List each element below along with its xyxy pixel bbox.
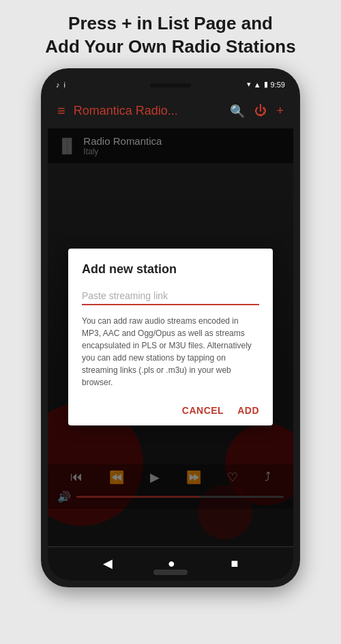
- info-icon: i: [64, 81, 65, 89]
- phone-notch: [150, 83, 191, 87]
- back-nav-button[interactable]: ◀: [103, 556, 113, 571]
- app-title: Romantica Radio...: [74, 104, 222, 118]
- dialog-action-buttons: CANCEL ADD: [82, 400, 259, 419]
- status-right-icons: ▾ ▲ ▮ 9:59: [247, 80, 285, 89]
- menu-icon[interactable]: ≡: [57, 103, 65, 119]
- music-note-icon: ♪: [56, 81, 60, 89]
- bottom-nav-bar: ◀ ● ■: [48, 546, 293, 580]
- add-button[interactable]: ADD: [237, 405, 259, 416]
- phone-home-indicator: [153, 570, 188, 575]
- app-bar: ≡ Romantica Radio... 🔍 ⏻ +: [48, 94, 293, 128]
- status-left-icons: ♪ i: [56, 81, 65, 89]
- phone-screen: ♪ i ▾ ▲ ▮ 9:59 ≡ Romantica Radio... 🔍 ⏻ …: [48, 75, 293, 580]
- headline-line1: Press + in List Page and: [68, 13, 273, 33]
- signal-icon: ▲: [254, 81, 261, 89]
- search-icon[interactable]: 🔍: [230, 104, 245, 119]
- phone-device: ♪ i ▾ ▲ ▮ 9:59 ≡ Romantica Radio... 🔍 ⏻ …: [41, 68, 300, 587]
- power-icon[interactable]: ⏻: [254, 104, 267, 119]
- page-wrapper: Press + in List Page and Add Your Own Ra…: [0, 0, 341, 644]
- cancel-button[interactable]: CANCEL: [182, 405, 224, 416]
- streaming-link-input[interactable]: [82, 288, 259, 304]
- add-station-icon[interactable]: +: [276, 104, 284, 119]
- recent-nav-button[interactable]: ■: [231, 557, 238, 571]
- headline: Press + in List Page and Add Your Own Ra…: [25, 0, 316, 68]
- dialog-input-wrapper: [82, 288, 259, 305]
- dialog-overlay: Add new station You can add raw audio st…: [48, 128, 293, 546]
- home-nav-button[interactable]: ●: [168, 557, 175, 571]
- status-time: 9:59: [271, 81, 285, 89]
- add-station-dialog: Add new station You can add raw audio st…: [68, 249, 273, 425]
- wifi-icon: ▾: [247, 80, 251, 89]
- app-bar-actions: 🔍 ⏻ +: [230, 104, 284, 119]
- headline-line2: Add Your Own Radio Stations: [45, 36, 295, 57]
- dialog-hint-text: You can add raw audio streams encoded in…: [82, 315, 259, 389]
- battery-icon: ▮: [264, 80, 268, 89]
- screen-content: ▐▌ Radio Romantica Italy ⏮ ⏪ ▶ ⏩ ♡ ⤴: [48, 128, 293, 546]
- dialog-title: Add new station: [82, 262, 259, 277]
